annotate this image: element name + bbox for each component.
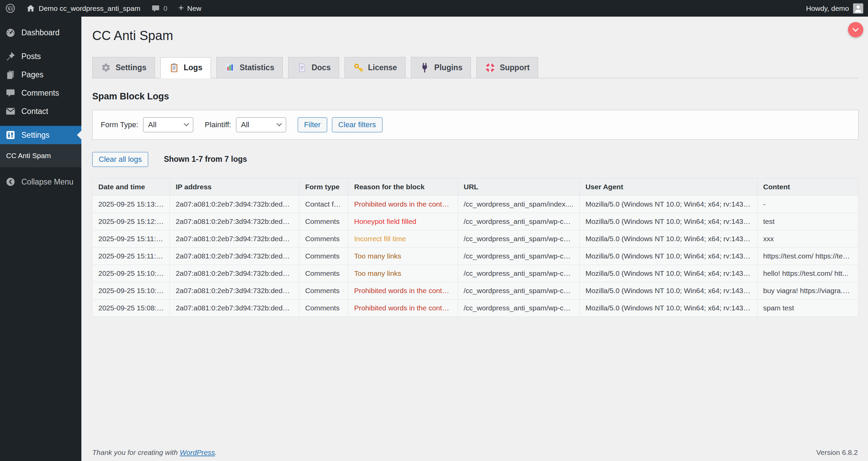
site-name-link[interactable]: Demo cc_wordpress_anti_spam (21, 0, 146, 17)
sidebar-item-label: Settings (21, 131, 50, 140)
envelope-icon (5, 106, 16, 117)
cell-block-reason: Prohibited words in the content (348, 195, 458, 213)
footer: Thank you for creating with WordPress. V… (92, 448, 858, 457)
document-icon (297, 62, 307, 73)
col-header-content: Content (757, 178, 858, 195)
cell-datetime: 2025-09-25 15:12:24 (93, 213, 170, 230)
comments-count: 0 (163, 4, 167, 13)
table-row: 2025-09-25 15:11:532a07:a081:0:2eb7:3d94… (93, 230, 859, 247)
settings-sliders-icon (5, 130, 16, 140)
admin-bar: Demo cc_wordpress_anti_spam 0 + New Howd… (0, 0, 868, 17)
cell-block-reason: Honeypot field filled (348, 213, 458, 230)
chevron-down-icon (852, 25, 859, 32)
plaintiff-label: Plaintiff: (205, 120, 231, 129)
cell-ip-address: 2a07:a081:0:2eb7:3d94:732b:ded8:2695 (170, 265, 299, 282)
cell-ip-address: 2a07:a081:0:2eb7:3d94:732b:ded8:2695 (170, 195, 299, 213)
tab-support[interactable]: Support (476, 57, 538, 78)
home-icon (26, 4, 35, 13)
footer-thanks-suffix: . (215, 448, 217, 456)
sidebar-item-pages[interactable]: Pages (0, 65, 81, 84)
cell-block-reason: Prohibited words in the content (348, 282, 458, 299)
tab-plugins[interactable]: Plugins (411, 57, 471, 78)
cell-datetime: 2025-09-25 15:10:40 (93, 265, 170, 282)
col-header-form-type: Form type (299, 178, 348, 195)
pages-icon (5, 69, 16, 80)
tab-settings[interactable]: Settings (92, 57, 155, 78)
table-row: 2025-09-25 15:10:252a07:a081:0:2eb7:3d94… (93, 282, 859, 299)
dashboard-gauge-icon (5, 27, 16, 38)
cell-content: https://test.com/ https://test... (757, 247, 858, 265)
clipboard-icon (169, 62, 179, 73)
sidebar-item-settings[interactable]: Settings (0, 126, 81, 144)
pushpin-icon (5, 51, 16, 62)
comments-indicator[interactable]: 0 (146, 0, 173, 17)
new-label: New (187, 4, 201, 13)
cell-datetime: 2025-09-25 15:11:53 (93, 230, 170, 247)
form-type-label: Form Type: (101, 120, 138, 129)
sidebar-item-label: Contact (21, 107, 48, 116)
table-row: 2025-09-25 15:12:242a07:a081:0:2eb7:3d94… (93, 213, 859, 230)
cell-content: spam test (757, 299, 858, 316)
cell-content: xxx (757, 230, 858, 247)
clear-filters-button[interactable]: Clear filters (332, 117, 382, 132)
clear-all-logs-button[interactable]: Clear all logs (92, 152, 148, 167)
table-row: 2025-09-25 15:11:162a07:a081:0:2eb7:3d94… (93, 247, 859, 265)
plaintiff-select[interactable]: All (236, 117, 286, 132)
form-type-select[interactable]: All (143, 117, 193, 132)
col-header-reason: Reason for the block (348, 178, 458, 195)
sidebar-item-dashboard[interactable]: Dashboard (0, 23, 81, 42)
site-name: Demo cc_wordpress_anti_spam (39, 4, 140, 13)
sidebar-item-label: Comments (21, 89, 59, 98)
sidebar-item-label: Pages (21, 70, 43, 79)
avatar[interactable] (853, 3, 863, 14)
col-header-user-agent: User Agent (579, 178, 757, 195)
comment-bubble-icon (151, 4, 160, 13)
cell-url: /cc_wordpress_anti_spam/wp-com... (458, 247, 579, 265)
new-button[interactable]: + New (173, 0, 207, 17)
tab-logs[interactable]: Logs (160, 57, 211, 78)
collapse-arrow-icon (5, 176, 16, 187)
cell-block-reason: Too many links (348, 265, 458, 282)
collapse-menu-button[interactable]: Collapse Menu (0, 173, 81, 191)
form-type-value: All (148, 120, 156, 129)
key-icon (353, 62, 363, 73)
chevron-down-icon (184, 121, 189, 127)
plug-icon (419, 62, 430, 73)
logs-table: Date and time IP address Form type Reaso… (92, 178, 859, 317)
howdy-text[interactable]: Howdy, demo (806, 4, 849, 13)
cell-form-type: Comments (299, 265, 348, 282)
cell-ip-address: 2a07:a081:0:2eb7:3d94:732b:ded8:2695 (170, 299, 299, 316)
cell-form-type: Comments (299, 230, 348, 247)
tab-label: License (368, 63, 397, 72)
cell-datetime: 2025-09-25 15:11:16 (93, 247, 170, 265)
wordpress-logo-icon[interactable] (0, 0, 21, 17)
cell-ip-address: 2a07:a081:0:2eb7:3d94:732b:ded8:2695 (170, 282, 299, 299)
tab-bar: Settings Logs St (92, 57, 859, 78)
tab-statistics[interactable]: Statistics (216, 57, 283, 78)
tab-label: Settings (116, 63, 146, 72)
tab-label: Support (500, 63, 530, 72)
sidebar-item-posts[interactable]: Posts (0, 47, 81, 65)
cell-datetime: 2025-09-25 15:10:25 (93, 282, 170, 299)
plus-icon: + (178, 3, 184, 13)
tab-license[interactable]: License (344, 57, 406, 78)
cell-content: buy viagra! https://viagra.co... (757, 282, 858, 299)
cell-form-type: Contact form (299, 195, 348, 213)
footer-thanks: Thank you for creating with WordPress. (92, 448, 217, 457)
filter-button[interactable]: Filter (298, 117, 327, 132)
chevron-down-icon (276, 121, 282, 127)
cell-content: - (757, 195, 858, 213)
cell-user-agent: Mozilla/5.0 (Windows NT 10.0; Win64; x64… (579, 230, 757, 247)
wordpress-link[interactable]: WordPress (180, 448, 215, 456)
sidebar-item-contact[interactable]: Contact (0, 102, 81, 120)
sidebar-item-comments[interactable]: Comments (0, 84, 81, 102)
sidebar-item-cc-anti-spam[interactable]: CC Anti Spam (0, 147, 81, 165)
scroll-toggle-button[interactable] (848, 22, 863, 37)
tab-docs[interactable]: Docs (288, 57, 339, 78)
tab-label: Docs (312, 63, 331, 72)
cell-ip-address: 2a07:a081:0:2eb7:3d94:732b:ded8:2695 (170, 213, 299, 230)
cell-url: /cc_wordpress_anti_spam/wp-com... (458, 282, 579, 299)
tab-label: Logs (184, 63, 202, 72)
cell-user-agent: Mozilla/5.0 (Windows NT 10.0; Win64; x64… (579, 299, 757, 316)
comment-bubble-icon (5, 88, 16, 98)
